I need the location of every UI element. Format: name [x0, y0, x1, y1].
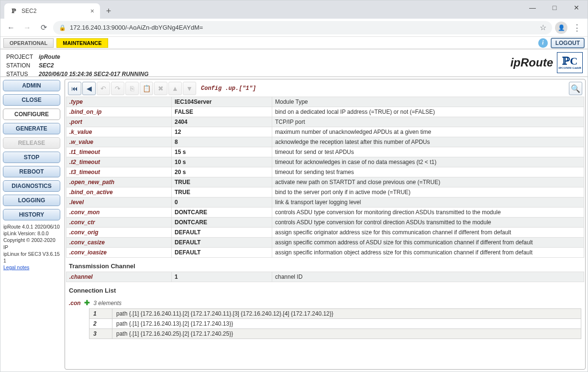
- param-value[interactable]: IEC104Server: [172, 97, 272, 107]
- profile-avatar-icon[interactable]: 👤: [555, 22, 567, 34]
- nav-forward-icon[interactable]: →: [21, 21, 34, 34]
- param-desc: timeout for acknowledges in case of no d…: [272, 157, 584, 167]
- sidebar-release-button[interactable]: RELEASE: [3, 137, 60, 149]
- paste-icon[interactable]: 📋: [140, 82, 153, 95]
- connection-row[interactable]: 1path {.[1] {172.16.240.11}.[2] {172.17.…: [89, 309, 581, 319]
- param-value[interactable]: DONTCARE: [172, 208, 272, 218]
- delete-icon[interactable]: ✖: [154, 82, 167, 95]
- nav-reload-icon[interactable]: ⟳: [37, 21, 50, 34]
- tab-title: SEC2: [22, 8, 87, 14]
- redo-icon[interactable]: ↷: [111, 82, 124, 95]
- browser-menu-icon[interactable]: ⋮: [570, 22, 584, 33]
- param-key[interactable]: .type: [67, 97, 172, 107]
- url-input[interactable]: [70, 24, 536, 31]
- param-row: .level0link & transport layer logging le…: [67, 197, 584, 208]
- undo-icon[interactable]: ↶: [97, 82, 110, 95]
- param-value[interactable]: 10 s: [172, 157, 272, 167]
- breadcrumb: Config .up.["1"]: [201, 85, 256, 92]
- param-row: .bind_on_ipFALSEbind on a dedicated loca…: [67, 107, 584, 117]
- bookmark-star-icon[interactable]: ☆: [540, 23, 546, 32]
- first-icon[interactable]: ⏮: [68, 82, 81, 95]
- sidebar-generate-button[interactable]: GENERATE: [3, 123, 60, 134]
- param-value[interactable]: 20 s: [172, 167, 272, 177]
- param-table: .typeIEC104ServerModule Type.bind_on_ipF…: [66, 97, 584, 258]
- param-row: .conv_casizeDEFAULTassign specific commo…: [67, 238, 584, 248]
- param-key[interactable]: .t2_timeout: [67, 157, 172, 167]
- param-value[interactable]: DEFAULT: [172, 248, 272, 258]
- param-desc: controls ASDU type conversion for monito…: [272, 208, 584, 218]
- tab-operational[interactable]: OPERATIONAL: [3, 38, 54, 48]
- param-key[interactable]: .w_value: [67, 137, 172, 147]
- param-key[interactable]: .bind_on_active: [67, 187, 172, 197]
- connection-list-title: Connection List: [66, 282, 584, 296]
- param-key[interactable]: .k_value: [67, 127, 172, 137]
- connection-table: 1path {.[1] {172.16.240.11}.[2] {172.17.…: [89, 308, 581, 339]
- transmission-channel-title: Transmission Channel: [66, 258, 584, 272]
- legal-notes-link[interactable]: Legal notes: [3, 264, 29, 270]
- sidebar-history-button[interactable]: HISTORY: [3, 209, 60, 220]
- param-value[interactable]: DONTCARE: [172, 218, 272, 228]
- param-key[interactable]: .t3_timeout: [67, 167, 172, 177]
- down-icon[interactable]: ▼: [183, 82, 196, 95]
- logout-button[interactable]: LOGOUT: [551, 38, 585, 48]
- param-key[interactable]: .conv_ctr: [67, 218, 172, 228]
- param-key[interactable]: .bind_on_ip: [67, 107, 172, 117]
- connection-path: path {.[1] {172.16.240.13}.[2] {172.17.2…: [112, 319, 581, 329]
- window-minimize[interactable]: —: [521, 0, 544, 15]
- sidebar-reboot-button[interactable]: REBOOT: [3, 166, 60, 177]
- transmission-table: .channel 1 channel ID: [66, 272, 584, 282]
- param-key[interactable]: .conv_ioasize: [67, 248, 172, 258]
- param-key[interactable]: .t1_timeout: [67, 147, 172, 157]
- address-bar[interactable]: 🔒 ☆: [53, 21, 552, 34]
- param-value[interactable]: 1: [172, 272, 272, 282]
- sidebar-close-button[interactable]: CLOSE: [3, 94, 60, 106]
- param-row: .t3_timeout20 stimeout for sending test …: [67, 167, 584, 177]
- new-tab-button[interactable]: +: [102, 4, 115, 18]
- window-maximize[interactable]: □: [544, 0, 566, 15]
- param-key[interactable]: .conv_casize: [67, 238, 172, 248]
- connection-index: 3: [89, 329, 112, 339]
- param-desc: assign specific originator address size …: [272, 228, 584, 238]
- up-icon[interactable]: ▲: [168, 82, 182, 95]
- param-key[interactable]: .conv_orig: [67, 228, 172, 238]
- window-close[interactable]: ✕: [566, 0, 588, 15]
- param-key[interactable]: .channel: [67, 272, 172, 282]
- param-value[interactable]: 15 s: [172, 147, 272, 157]
- param-value[interactable]: 8: [172, 137, 272, 147]
- sidebar-diagnostics-button[interactable]: DIAGNOSTICS: [3, 180, 60, 192]
- sidebar-stop-button[interactable]: STOP: [3, 152, 60, 163]
- con-key[interactable]: .con: [69, 300, 81, 306]
- param-desc: maximum number of unacknowledged APDUs a…: [272, 127, 584, 137]
- add-connection-icon[interactable]: ✚: [84, 299, 90, 306]
- browser-tab[interactable]: ℙ SEC2 ×: [4, 3, 100, 19]
- search-icon[interactable]: 🔍: [569, 82, 582, 95]
- param-value[interactable]: TRUE: [172, 187, 272, 197]
- param-key[interactable]: .open_new_path: [67, 177, 172, 187]
- nav-back-icon[interactable]: ←: [4, 21, 18, 34]
- sidebar-admin-button[interactable]: ADMIN: [3, 80, 60, 91]
- param-value[interactable]: FALSE: [172, 107, 272, 117]
- param-desc: channel ID: [272, 272, 584, 282]
- tab-maintenance[interactable]: MAINTENANCE: [56, 38, 108, 48]
- param-value[interactable]: 2404: [172, 117, 272, 127]
- back-icon[interactable]: ◀: [82, 82, 96, 95]
- param-value[interactable]: DEFAULT: [172, 228, 272, 238]
- sidebar-configure-button[interactable]: CONFIGURE: [3, 109, 60, 120]
- tab-close-icon[interactable]: ×: [90, 7, 94, 15]
- connection-row[interactable]: 2path {.[1] {172.16.240.13}.[2] {172.17.…: [89, 319, 581, 329]
- param-row: .t2_timeout10 stimeout for acknowledges …: [67, 157, 584, 167]
- connection-row[interactable]: 3path {.[1] {172.16.240.25}.[2] {172.17.…: [89, 329, 581, 339]
- param-value[interactable]: DEFAULT: [172, 238, 272, 248]
- param-key[interactable]: .conv_mon: [67, 208, 172, 218]
- param-value[interactable]: 0: [172, 197, 272, 208]
- info-icon[interactable]: i: [538, 38, 548, 48]
- sidebar-logging-button[interactable]: LOGGING: [3, 195, 60, 206]
- copy-icon[interactable]: ⎘: [125, 82, 139, 95]
- param-row: .conv_monDONTCAREcontrols ASDU type conv…: [67, 208, 584, 218]
- param-desc: bind to the server port only if in activ…: [272, 187, 584, 197]
- sidebar: ADMINCLOSECONFIGUREGENERATERELEASESTOPRE…: [0, 77, 63, 372]
- param-value[interactable]: 12: [172, 127, 272, 137]
- param-value[interactable]: TRUE: [172, 177, 272, 187]
- param-key[interactable]: .port: [67, 117, 172, 127]
- param-key[interactable]: .level: [67, 197, 172, 208]
